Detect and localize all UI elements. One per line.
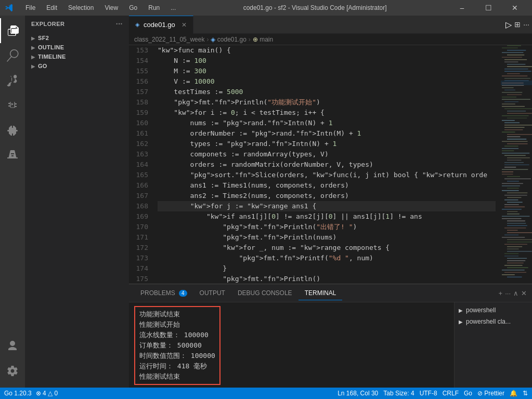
activity-bar: [0, 16, 25, 388]
account-icon: [6, 340, 19, 352]
panel-add-button[interactable]: +: [499, 289, 503, 297]
panel-actions: + ··· ∧ ✕: [499, 289, 527, 297]
tab-close-button[interactable]: ✕: [181, 21, 187, 29]
terminal-output: 功能测试结束性能测试开始流水线数量： 100000订单数量： 500000时间数…: [134, 305, 449, 386]
menu-view[interactable]: View: [100, 3, 122, 12]
sidebar-more-button[interactable]: ···: [116, 20, 123, 28]
activity-settings[interactable]: [0, 358, 25, 383]
menu-file[interactable]: File: [21, 3, 40, 12]
timeline-label: TIMELINE: [38, 54, 66, 60]
breadcrumb-sep2: ›: [249, 36, 251, 43]
go-arrow-icon: ▶: [31, 63, 35, 69]
panel-chevron-up-button[interactable]: ∧: [513, 289, 518, 297]
breadcrumb-file-name: code01.go: [217, 36, 246, 43]
tab-debug-console[interactable]: DEBUG CONSOLE: [231, 286, 299, 300]
main-container: Explorer ··· ▶ SF2 ▶ OUTLINE ▶ TIMELINE …: [0, 16, 532, 388]
statusbar-go-version[interactable]: Go 1.20.3: [4, 390, 32, 397]
settings-icon: [6, 365, 19, 377]
tab-name: code01.go: [144, 21, 175, 29]
terminal-icon-2: ▶: [459, 319, 463, 325]
statusbar-tab-size[interactable]: Tab Size: 4: [383, 390, 414, 397]
editor-area: ◈ code01.go ✕ ▷ ⊞ ··· class_2022_11_05_w…: [129, 16, 532, 284]
go-file-icon: ◈: [135, 21, 139, 28]
statusbar-notifications-icon[interactable]: 🔔: [510, 390, 517, 397]
tab-output[interactable]: OUTPUT: [193, 286, 231, 300]
breadcrumb-symbol[interactable]: ⊕ main: [253, 36, 273, 43]
split-editor-button[interactable]: ⊞: [514, 20, 521, 29]
run-button[interactable]: ▷: [505, 20, 512, 30]
outline-arrow-icon: ▶: [31, 45, 35, 50]
sidebar-item-go[interactable]: ▶ GO: [25, 61, 129, 71]
menu-more[interactable]: ...: [166, 3, 180, 12]
statusbar-line-ending[interactable]: CRLF: [443, 390, 459, 397]
activity-account[interactable]: [0, 334, 25, 358]
menu-go[interactable]: Go: [125, 3, 141, 12]
run-debug-icon: [6, 99, 19, 112]
activity-explorer[interactable]: [0, 18, 25, 43]
breadcrumb-file[interactable]: ◈ code01.go: [211, 36, 246, 43]
titlebar: File Edit Selection View Go Run ... code…: [0, 0, 532, 16]
panel-more-button[interactable]: ···: [505, 289, 511, 297]
statusbar-language[interactable]: Go: [464, 390, 472, 397]
tab-terminal[interactable]: TERMINAL: [299, 286, 343, 300]
debug-console-label: DEBUG CONSOLE: [238, 289, 292, 297]
terminal-instance-label-1: powershell: [466, 307, 496, 314]
activity-run-debug[interactable]: [0, 93, 25, 118]
activity-search[interactable]: [0, 43, 25, 68]
statusbar: Go 1.20.3 ⊗ 4 △ 0 Ln 168, Col 30 Tab Siz…: [0, 388, 532, 399]
activity-bottom: [0, 334, 25, 388]
statusbar-errors[interactable]: ⊗ 4 △ 0: [36, 390, 58, 397]
output-label: OUTPUT: [200, 289, 225, 297]
sidebar-item-outline[interactable]: ▶ OUTLINE: [25, 43, 129, 52]
breadcrumb-symbol-icon: ⊕: [253, 36, 259, 43]
code-area: 1531541551561571581591601611621631641651…: [129, 45, 532, 284]
sidebar-sections: ▶ SF2 ▶ OUTLINE ▶ TIMELINE ▶ GO: [25, 32, 129, 72]
terminal-instance-1[interactable]: ▶ powershell: [455, 304, 532, 316]
search-icon: [6, 49, 19, 62]
panel-close-button[interactable]: ✕: [521, 289, 527, 297]
minimap: [501, 45, 532, 284]
files-icon: [7, 24, 19, 37]
explorer-label: Explorer: [31, 21, 65, 27]
menu-run[interactable]: Run: [144, 3, 164, 12]
restore-button[interactable]: ☐: [476, 0, 500, 16]
problems-badge: 4: [179, 290, 187, 297]
statusbar-remote-icon[interactable]: ⇅: [523, 390, 528, 397]
tab-code01[interactable]: ◈ code01.go ✕: [129, 16, 193, 34]
menu-edit[interactable]: Edit: [42, 3, 61, 12]
sidebar-item-timeline[interactable]: ▶ TIMELINE: [25, 52, 129, 61]
tab-problems[interactable]: PROBLEMS 4: [134, 286, 193, 300]
statusbar-prettier[interactable]: ⊘ Prettier: [477, 390, 504, 397]
sf2-arrow-icon: ▶: [31, 35, 35, 41]
breadcrumb-folder[interactable]: class_2022_11_05_week: [134, 36, 204, 43]
sidebar-header: Explorer ···: [25, 16, 129, 32]
timeline-arrow-icon: ▶: [31, 54, 35, 60]
menu-bar: File Edit Selection View Go Run ...: [21, 3, 180, 12]
editor-more-button[interactable]: ···: [523, 20, 529, 29]
minimize-button[interactable]: ‒: [450, 0, 474, 16]
sidebar-item-sf2[interactable]: ▶ SF2: [25, 33, 129, 43]
menu-selection[interactable]: Selection: [64, 3, 98, 12]
breadcrumb-sep1: ›: [206, 36, 209, 43]
editor-panel-column: ◈ code01.go ✕ ▷ ⊞ ··· class_2022_11_05_w…: [129, 16, 532, 388]
vscode-logo: [5, 4, 14, 12]
outline-label: OUTLINE: [38, 44, 64, 50]
activity-source-control[interactable]: [0, 68, 25, 93]
code-content[interactable]: "kw">func main() { N := 100 M := 300 V :…: [152, 45, 501, 284]
panel-tabs: PROBLEMS 4 OUTPUT DEBUG CONSOLE TERMINAL…: [129, 284, 532, 302]
statusbar-encoding[interactable]: UTF-8: [420, 390, 437, 397]
activity-extensions[interactable]: [0, 118, 25, 143]
statusbar-right: Ln 168, Col 30 Tab Size: 4 UTF-8 CRLF Go…: [338, 390, 528, 397]
panel: PROBLEMS 4 OUTPUT DEBUG CONSOLE TERMINAL…: [129, 284, 532, 388]
problems-label: PROBLEMS: [140, 289, 175, 297]
activity-test[interactable]: [0, 143, 25, 168]
terminal-area[interactable]: 功能测试结束性能测试开始流水线数量： 100000订单数量： 500000时间数…: [129, 302, 454, 388]
test-icon: [6, 149, 19, 162]
close-button[interactable]: ✕: [503, 0, 527, 16]
breadcrumb-file-icon: ◈: [211, 36, 217, 43]
statusbar-position[interactable]: Ln 168, Col 30: [338, 390, 378, 397]
line-numbers: 1531541551561571581591601611621631641651…: [129, 45, 152, 284]
window-controls: ‒ ☐ ✕: [450, 0, 527, 16]
terminal-instance-2[interactable]: ▶ powershell cla...: [455, 316, 532, 327]
breadcrumb: class_2022_11_05_week › ◈ code01.go › ⊕ …: [129, 34, 532, 45]
